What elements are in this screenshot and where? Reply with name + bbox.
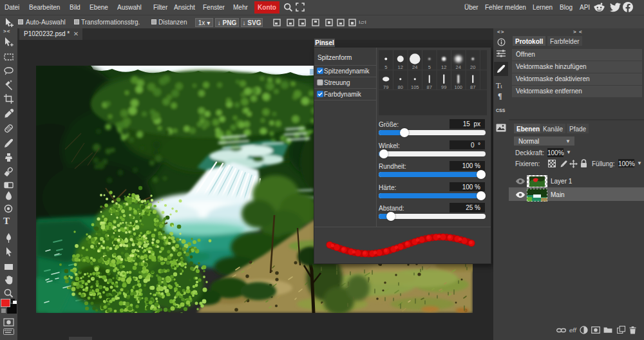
svg-text:87: 87 (426, 84, 431, 90)
svg-text:24: 24 (455, 64, 460, 70)
svg-text:105: 105 (410, 84, 419, 90)
svg-text:20: 20 (470, 64, 475, 70)
svg-text:87: 87 (470, 84, 475, 90)
svg-text:5: 5 (384, 64, 387, 70)
svg-text:79: 79 (383, 84, 388, 90)
svg-text:5: 5 (428, 64, 430, 70)
svg-text:80: 80 (397, 84, 402, 90)
svg-text:24: 24 (412, 64, 417, 70)
svg-text:12: 12 (441, 64, 446, 70)
svg-text:99: 99 (441, 84, 446, 90)
svg-text:100: 100 (454, 84, 462, 90)
svg-text:12: 12 (397, 64, 402, 70)
